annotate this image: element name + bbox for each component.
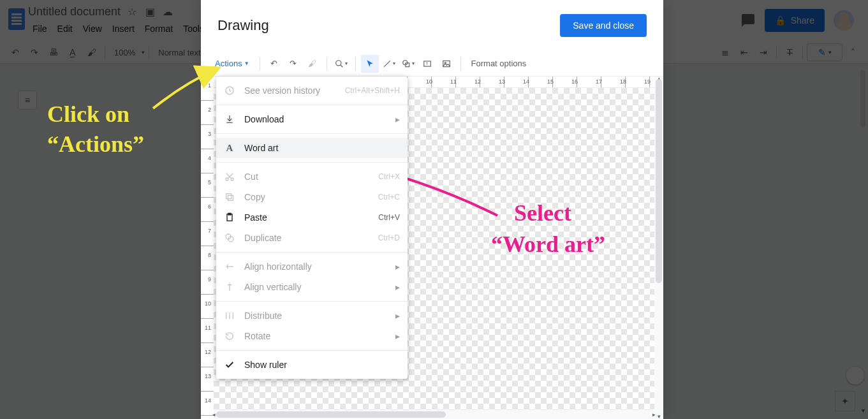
- history-icon: [224, 85, 235, 96]
- menu-item-label: Rotate: [244, 331, 386, 341]
- actions-dropdown: See version historyCtrl+Alt+Shift+HDownl…: [216, 77, 408, 379]
- paste-icon: [224, 212, 235, 223]
- undo-icon[interactable]: ↶: [265, 55, 283, 73]
- submenu-arrow-icon: ▸: [395, 261, 400, 272]
- svg-text:T: T: [425, 62, 428, 66]
- actions-button[interactable]: Actions▼: [210, 55, 254, 73]
- menu-item-label: Duplicate: [244, 233, 364, 243]
- menu-item-shortcut: Ctrl+X: [373, 172, 400, 181]
- menu-item-label: Align vertically: [244, 282, 386, 292]
- menu-item-label: See version history: [244, 85, 331, 96]
- textbox-tool-icon[interactable]: T: [418, 55, 436, 73]
- menu-item-label: Paste: [244, 212, 364, 223]
- zoom-icon[interactable]: [332, 55, 350, 73]
- menu-item-label: Download: [244, 114, 386, 124]
- menu-item-show-ruler[interactable]: Show ruler: [216, 355, 408, 375]
- svg-rect-7: [443, 61, 450, 66]
- menu-item-shortcut: Ctrl+V: [373, 213, 400, 222]
- dist-icon: [224, 310, 235, 321]
- dup-icon: [224, 232, 235, 244]
- submenu-arrow-icon: ▸: [395, 331, 400, 341]
- cut-icon: [224, 171, 235, 182]
- menu-item-label: Cut: [244, 172, 364, 182]
- rotate-icon: [224, 330, 235, 342]
- menu-item-label: Copy: [244, 192, 364, 202]
- alignH-icon: [224, 261, 235, 272]
- select-tool-icon[interactable]: [361, 55, 379, 73]
- menu-item-duplicate: DuplicateCtrl+D: [216, 228, 408, 248]
- alignV-icon: [224, 281, 235, 293]
- paint-format-icon[interactable]: 🖌: [304, 55, 321, 73]
- menu-item-word-art[interactable]: AWord art: [216, 138, 408, 158]
- redo-icon[interactable]: ↷: [284, 55, 302, 73]
- menu-item-distribute: Distribute▸: [216, 305, 408, 326]
- vertical-ruler: 1234567891011121314: [201, 77, 214, 419]
- shape-tool-icon[interactable]: [399, 55, 417, 73]
- copy-icon: [224, 191, 235, 203]
- save-and-close-button[interactable]: Save and close: [560, 14, 647, 37]
- format-options-button[interactable]: Format options: [466, 55, 532, 73]
- menu-item-see-version-history: See version historyCtrl+Alt+Shift+H: [216, 80, 408, 101]
- menu-item-download[interactable]: Download▸: [216, 109, 408, 129]
- line-tool-icon[interactable]: [380, 55, 398, 73]
- menu-item-shortcut: Ctrl+C: [373, 193, 400, 202]
- canvas-vertical-scrollbar[interactable]: ▴ ▾: [654, 77, 663, 419]
- menu-item-label: Show ruler: [244, 360, 400, 370]
- submenu-arrow-icon: ▸: [395, 311, 400, 321]
- image-tool-icon[interactable]: [438, 55, 455, 73]
- menu-item-align-horizontally: Align horizontally▸: [216, 256, 408, 277]
- submenu-arrow-icon: ▸: [395, 282, 400, 292]
- menu-item-label: Word art: [244, 143, 400, 153]
- svg-line-2: [384, 61, 390, 66]
- svg-rect-13: [226, 194, 232, 199]
- menu-item-paste[interactable]: PasteCtrl+V: [216, 207, 408, 228]
- menu-item-copy: CopyCtrl+C: [216, 187, 408, 207]
- menu-item-cut: CutCtrl+X: [216, 166, 408, 187]
- download-icon: [224, 114, 235, 125]
- menu-item-rotate: Rotate▸: [216, 326, 408, 346]
- svg-line-1: [340, 64, 342, 67]
- menu-item-shortcut: Ctrl+D: [373, 233, 400, 242]
- drawing-toolbar: Actions▼ ↶ ↷ 🖌 T Format options: [201, 51, 663, 77]
- modal-title: Drawing: [217, 17, 269, 34]
- submenu-arrow-icon: ▸: [395, 114, 400, 124]
- canvas-horizontal-scrollbar[interactable]: ◂ ▸: [214, 410, 654, 419]
- check-icon: [224, 359, 235, 371]
- svg-rect-15: [228, 213, 231, 215]
- menu-item-label: Align horizontally: [244, 261, 386, 272]
- menu-item-label: Distribute: [244, 311, 386, 321]
- svg-rect-12: [228, 195, 233, 200]
- A-icon: A: [224, 142, 235, 154]
- menu-item-align-vertically: Align vertically▸: [216, 277, 408, 297]
- svg-point-0: [335, 60, 341, 65]
- actions-label: Actions: [215, 59, 242, 68]
- menu-item-shortcut: Ctrl+Alt+Shift+H: [340, 86, 400, 95]
